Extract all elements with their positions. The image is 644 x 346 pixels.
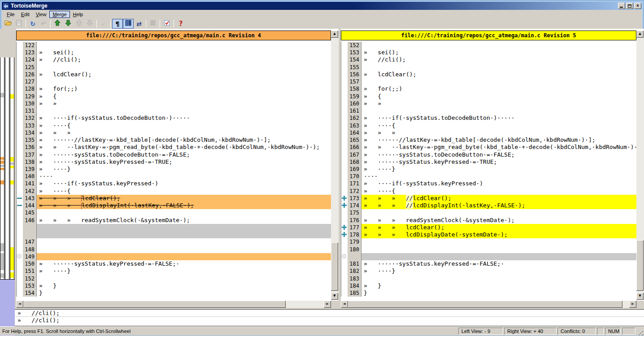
code-row[interactable]: 133» ····{ (17, 122, 331, 129)
left-vertical-scrollbar[interactable]: ▲ ▼ (331, 31, 339, 300)
right-horizontal-scrollbar[interactable]: ◄ ► (341, 301, 636, 308)
code-row[interactable]: 152 (17, 275, 331, 282)
right-hscroll-thumb[interactable] (348, 301, 622, 308)
code-row[interactable]: 148 (17, 246, 331, 253)
code-row[interactable]: 185} (341, 289, 636, 297)
scroll-left-icon[interactable]: ◄ (16, 301, 23, 308)
code-row[interactable]: 182» ····} (341, 267, 636, 275)
show-whitespace-button[interactable]: ¶ (112, 19, 123, 29)
next-difference-button[interactable] (63, 19, 74, 29)
scroll-right-icon[interactable]: ► (324, 301, 331, 308)
code-row[interactable]: 141» ····if(·sysStatus.keyPressed·) (17, 180, 331, 187)
code-row[interactable]: 123» sei(); (17, 49, 331, 56)
code-row[interactable]: 134» » » (17, 129, 331, 136)
code-row[interactable]: 158» for(;;) (341, 85, 636, 92)
left-horizontal-scrollbar[interactable]: ◄ ► (16, 301, 331, 308)
code-row[interactable]: 181» ······sysStatus.keyPressed·=·FALSE;… (341, 260, 636, 267)
help-button[interactable]: ? (175, 19, 186, 29)
code-row[interactable]: 170···· (341, 173, 636, 180)
code-row[interactable]: 145 (17, 209, 331, 216)
code-row[interactable]: 169» ····} (341, 166, 636, 173)
left-vscroll-thumb[interactable] (331, 242, 338, 291)
code-row[interactable]: 180 (341, 246, 636, 253)
code-row[interactable]: 154} (17, 289, 331, 297)
code-row[interactable]: 168» ······sysStatus.keyPressed·=·TRUE; (341, 158, 636, 166)
code-row[interactable]: 179 (341, 238, 636, 245)
code-row[interactable]: 157 (341, 78, 636, 85)
scroll-up-icon[interactable]: ▲ (331, 31, 338, 38)
code-row[interactable]: 159» { (341, 93, 636, 100)
code-row[interactable]: 143» » » lcdClear(); (17, 195, 331, 202)
menu-view[interactable]: View (33, 11, 50, 18)
code-row[interactable]: 155 (341, 64, 636, 71)
code-row[interactable]: 165» ······//lastKey·=·kbd_table[·decode… (341, 136, 636, 144)
menu-merge[interactable]: Merge (49, 11, 70, 18)
code-row[interactable]: 127 (17, 78, 331, 85)
prev-difference-button[interactable] (52, 19, 63, 29)
filler-row[interactable] (17, 231, 331, 238)
code-row[interactable]: 124» //cli(); (17, 56, 331, 63)
minimize-button[interactable] (618, 3, 625, 9)
code-row[interactable]: 151» ····} (17, 267, 331, 275)
code-row[interactable]: 178» » » lcdDisplayDate(·systemDate·); (341, 231, 636, 238)
code-row[interactable]: 131 (17, 107, 331, 114)
code-row[interactable]: 174» » » //lcdDisplayInt(·lastKey,·FALSE… (341, 202, 636, 209)
code-row[interactable]: 137» ······sysStatus.toDecodeButton·=·FA… (17, 151, 331, 158)
code-row[interactable]: 135» ······//lastKey·=·kbd_table[·decode… (17, 136, 331, 144)
code-row[interactable]: 142» ····{ (17, 188, 331, 195)
code-row[interactable]: 154» //cli(); (341, 56, 636, 63)
filler-row[interactable] (17, 224, 331, 231)
resize-grip-icon[interactable] (637, 329, 643, 335)
two-pane-view-button[interactable] (123, 19, 134, 29)
open-button[interactable] (3, 19, 13, 29)
menu-edit[interactable]: Edit (18, 11, 33, 18)
scroll-down-icon[interactable]: ▼ (331, 293, 338, 300)
code-row[interactable]: 147 (17, 238, 331, 245)
switch-views-button[interactable]: ⇄ (134, 19, 144, 29)
code-row[interactable]: 162» ····if(·sysStatus.toDecodeButton·)·… (341, 114, 636, 122)
scroll-down-icon[interactable]: ▼ (636, 293, 644, 300)
code-row[interactable]: 176» » » readSystemClock(·&systemDate·); (341, 217, 636, 224)
code-row[interactable]: 153» sei(); (341, 49, 636, 56)
code-row[interactable]: 173» » » //lcdClear(); (341, 195, 636, 202)
code-row[interactable]: 122 (17, 42, 331, 49)
menu-help[interactable]: Help (70, 11, 87, 18)
code-row[interactable]: 144» » » lcdDisplayInt(·lastKey,·FALSE·)… (17, 202, 331, 209)
code-row[interactable]: 153» } (17, 282, 331, 289)
locator-bar[interactable] (0, 57, 15, 336)
filler-row[interactable] (341, 253, 636, 260)
code-row[interactable]: 152 (341, 42, 636, 49)
right-vscroll-thumb[interactable] (636, 240, 644, 291)
code-row[interactable]: 146» » » readSystemClock(·&systemDate·); (17, 217, 331, 224)
left-hscroll-thumb[interactable] (23, 301, 286, 308)
code-row[interactable]: 139» ····} (17, 166, 331, 173)
title-bar[interactable]: TortoiseMerge × (2, 2, 642, 10)
code-row[interactable]: 177» » » lcdClear(); (341, 224, 636, 231)
code-row[interactable]: 164» » » (341, 129, 636, 136)
code-row[interactable]: 163» ····{ (341, 122, 636, 129)
code-row[interactable]: 171» ····if(·sysStatus.keyPressed·) (341, 180, 636, 187)
code-row[interactable]: 184» } (341, 282, 636, 289)
menu-file[interactable]: File (4, 11, 18, 18)
code-row[interactable]: 183 (341, 275, 636, 282)
code-row[interactable]: 140···· (17, 173, 331, 180)
code-row[interactable]: 138» ······sysStatus.keyPressed·=·TRUE; (17, 158, 331, 166)
code-row[interactable]: 128» for(;;) (17, 85, 331, 92)
code-row[interactable]: 166» » ··lastKey·=·pgm_read_byte(·kbd_ta… (341, 144, 636, 151)
code-row[interactable]: 172» ····{ (341, 188, 636, 195)
right-vertical-scrollbar[interactable]: ▲ ▼ (636, 31, 644, 300)
reload-button[interactable]: ↻ (27, 19, 38, 29)
code-row[interactable]: 167» ······sysStatus.toDecodeButton·=·FA… (341, 151, 636, 158)
code-row[interactable]: 130» » (17, 100, 331, 107)
code-row[interactable]: 150» ······sysStatus.keyPressed·=·FALSE;… (17, 260, 331, 267)
maximize-button[interactable] (626, 3, 633, 9)
scroll-right-icon[interactable]: ► (629, 301, 636, 308)
code-row[interactable]: 126» lcdClear(); (17, 71, 331, 78)
scroll-left-icon[interactable]: ◄ (341, 301, 348, 308)
scroll-up-icon[interactable]: ▲ (636, 31, 644, 38)
code-row[interactable]: 156» lcdClear(); (341, 71, 636, 78)
code-row[interactable]: 125 (17, 64, 331, 71)
code-row[interactable]: 160» » (341, 100, 636, 107)
code-row[interactable]: 161 (341, 107, 636, 114)
code-row[interactable]: 175 (341, 209, 636, 216)
